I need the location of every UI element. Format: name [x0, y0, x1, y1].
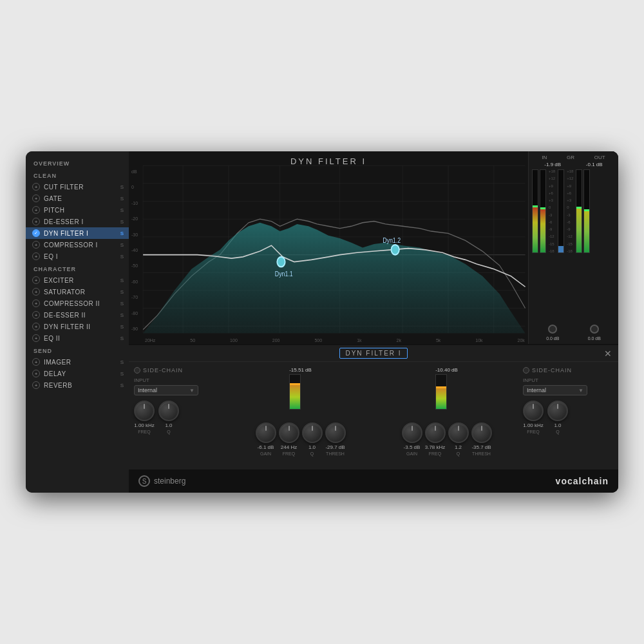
dyn-filter-i-s[interactable]: S	[120, 231, 124, 236]
band1-freq-label: FREQ	[283, 451, 295, 456]
band1-q-label: Q	[310, 451, 314, 456]
saturator-icon: +	[32, 288, 40, 296]
left-q-label: Q	[167, 430, 170, 434]
pitch-s[interactable]: S	[120, 207, 124, 213]
left-q-value: 1.0	[165, 422, 172, 428]
band2-freq-label: FREQ	[429, 451, 441, 456]
steinberg-icon: S	[138, 475, 150, 487]
main-area: OVERVIEW CLEAN + CUT FILTER S + GATE S +…	[26, 151, 618, 493]
sidebar-item-saturator[interactable]: + SATURATOR S	[26, 286, 129, 298]
dyn-filter-ii-s[interactable]: S	[120, 324, 124, 330]
right-q-label: Q	[556, 430, 559, 434]
sidebar-item-imager[interactable]: + IMAGER S	[26, 356, 129, 368]
band2-thresh-knob[interactable]	[471, 422, 492, 443]
delay-s[interactable]: S	[120, 371, 124, 377]
eq-svg: Dyn1.1 Dyn1.2	[129, 151, 528, 344]
sidebar-item-gate[interactable]: + GATE S	[26, 193, 129, 204]
right-freq-value: 1.00 kHz	[523, 422, 544, 428]
sidebar-item-exciter[interactable]: + EXCITER S	[26, 274, 129, 286]
sidebar-item-compressor-ii[interactable]: + COMPRESSOR II S	[26, 298, 129, 309]
compressor-ii-s[interactable]: S	[120, 301, 124, 307]
band1-q-knob[interactable]	[302, 422, 323, 443]
sidebar-item-delay[interactable]: + DELAY S	[26, 368, 129, 379]
de-esser-i-label: DE-ESSER I	[44, 218, 118, 225]
svg-text:Dyn1.1: Dyn1.1	[275, 270, 293, 278]
sidebar-item-dyn-filter-i[interactable]: ✓ DYN FILTER I S	[26, 227, 129, 239]
left-freq-label: FREQ	[138, 430, 150, 434]
de-esser-i-icon: +	[32, 218, 40, 225]
band1-section: -15.51 dB -6.1 dB GAIN	[231, 367, 370, 464]
in-value: -1.9 dB	[544, 162, 561, 167]
band1-thresh-value: -29.7 dB	[325, 444, 345, 450]
section-clean: CLEAN	[26, 169, 129, 181]
right-q-value: 1.0	[554, 422, 561, 428]
right-freq-knob[interactable]	[523, 401, 544, 421]
dyn-point-2	[391, 245, 399, 255]
out-knob[interactable]	[590, 325, 599, 334]
close-button[interactable]: ✕	[604, 348, 612, 359]
saturator-label: SATURATOR	[44, 289, 118, 296]
footer: S steinberg vocalchain	[129, 469, 618, 493]
left-input-select[interactable]: Internal ▼	[134, 385, 198, 395]
out-bottom-value: 0.0 dB	[588, 336, 601, 341]
sidebar-item-pitch[interactable]: + PITCH S	[26, 204, 129, 216]
dyn-filter-i-label: DYN FILTER I	[44, 230, 118, 237]
compressor-i-icon: +	[32, 241, 40, 249]
section-send: SEND	[26, 344, 129, 356]
band1-thresh-knob[interactable]	[325, 422, 346, 443]
sidebar-item-compressor-i[interactable]: + COMPRESSOR I S	[26, 239, 129, 251]
sidebar-item-de-esser-i[interactable]: + DE-ESSER I S	[26, 216, 129, 227]
right-input-label: INPUT	[523, 377, 613, 383]
compressor-i-s[interactable]: S	[120, 242, 124, 248]
de-esser-ii-s[interactable]: S	[120, 312, 124, 318]
left-freq-knob[interactable]	[134, 401, 155, 421]
main-content: DYN FILTER I dB 0 -10 -20 -30 -40 -50 -6…	[129, 151, 618, 493]
out-label: OUT	[594, 155, 605, 160]
band1-db-value: -15.51 dB	[289, 367, 312, 373]
gate-s[interactable]: S	[120, 196, 124, 202]
gr-value: -0.1 dB	[586, 162, 603, 167]
cut-filter-s[interactable]: S	[120, 184, 124, 190]
compressor-ii-label: COMPRESSOR II	[44, 300, 118, 307]
exciter-s[interactable]: S	[120, 278, 124, 283]
right-freq-label: FREQ	[527, 430, 539, 434]
svg-text:Dyn1.2: Dyn1.2	[383, 236, 401, 244]
band2-gain-value: -3.5 dB	[404, 444, 421, 450]
de-esser-i-s[interactable]: S	[120, 219, 124, 225]
sidebar-item-reverb[interactable]: + REVERB S	[26, 379, 129, 391]
eq-title: DYN FILTER I	[290, 156, 366, 166]
band2-q-knob[interactable]	[448, 422, 469, 443]
sidebar-item-eq-i[interactable]: + EQ I S	[26, 251, 129, 262]
plugin-name-part1: vocal	[556, 476, 582, 486]
sidebar-item-dyn-filter-ii[interactable]: + DYN FILTER II S	[26, 321, 129, 332]
eq-ii-s[interactable]: S	[120, 336, 124, 341]
sidebar-item-eq-ii[interactable]: + EQ II S	[26, 332, 129, 344]
right-input-select[interactable]: Internal ▼	[523, 385, 587, 395]
right-sidechain-toggle[interactable]	[523, 367, 529, 374]
saturator-s[interactable]: S	[120, 289, 124, 295]
right-q-knob[interactable]	[547, 401, 568, 421]
band2-gain-knob[interactable]	[402, 422, 422, 443]
dyn-filter-ii-label: DYN FILTER II	[44, 323, 118, 330]
reverb-s[interactable]: S	[120, 383, 124, 388]
left-q-knob[interactable]	[158, 401, 179, 421]
sidebar-item-de-esser-ii[interactable]: + DE-ESSER II S	[26, 309, 129, 321]
eq-i-s[interactable]: S	[120, 254, 124, 260]
sidebar: OVERVIEW CLEAN + CUT FILTER S + GATE S +…	[26, 151, 129, 493]
band1-freq-knob[interactable]	[279, 422, 299, 443]
freq-labels: 20Hz 50 100 200 500 1k 2k 5k 10k 20k	[145, 338, 525, 343]
reverb-label: REVERB	[44, 382, 118, 389]
band1-gain-knob[interactable]	[256, 422, 276, 443]
sidebar-item-cut-filter[interactable]: + CUT FILTER S	[26, 181, 129, 193]
eq-ii-label: EQ II	[44, 335, 118, 342]
gate-icon: +	[32, 194, 40, 202]
left-sidechain-toggle[interactable]	[134, 367, 140, 374]
delay-icon: +	[32, 370, 40, 377]
vu-area: IN GR OUT -1.9 dB -0.1 dB	[528, 151, 618, 344]
in-knob[interactable]	[548, 325, 557, 334]
band2-thresh-value: -35.7 dB	[471, 444, 491, 450]
band2-freq-knob[interactable]	[425, 422, 446, 443]
right-select-arrow: ▼	[578, 388, 583, 393]
imager-s[interactable]: S	[120, 359, 124, 365]
cut-filter-label: CUT FILTER	[44, 184, 118, 191]
